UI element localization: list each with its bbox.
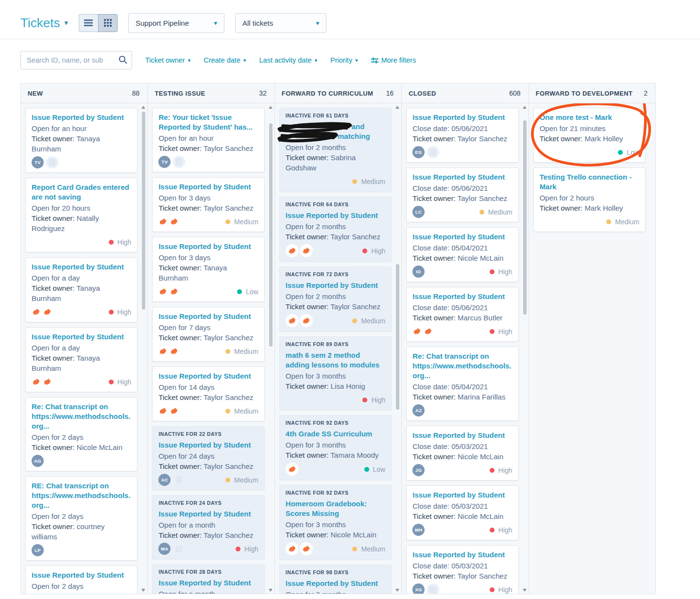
ticket-card[interactable]: Re: Chat transcript on https://www.metho… [25, 397, 137, 471]
ticket-card[interactable]: INACTIVE FOR 92 DAYSHomeroom Gradebook: … [279, 485, 392, 560]
avatar[interactable]: LC [412, 206, 425, 218]
filter-ticket-owner[interactable]: Ticket owner▾ [145, 56, 190, 64]
ticket-title-link[interactable]: Issue Reported by Student [158, 312, 258, 321]
ticket-title-link[interactable]: Issue Reported by Student [412, 232, 512, 242]
ticket-card[interactable]: Issue Reported by StudentOpen for 3 days… [152, 177, 264, 232]
scrollbar-thumb[interactable] [396, 264, 399, 410]
filter-priority[interactable]: Priority▾ [330, 56, 358, 64]
filter-create-date[interactable]: Create date▾ [204, 56, 246, 64]
avatar[interactable]: AC [158, 474, 171, 486]
ticket-card[interactable]: Issue Reported by StudentClose date: 05/… [406, 545, 518, 594]
ticket-card[interactable]: Issue Reported by StudentClose date: 05/… [406, 227, 518, 282]
ticket-title-link[interactable]: Issue Reported by Student [412, 172, 512, 182]
ticket-card[interactable]: Issue Reported by StudentOpen for 3 days… [152, 237, 264, 302]
scroll-up-arrow[interactable] [269, 106, 273, 109]
ticket-title-link[interactable]: Issue Reported by Student [158, 509, 258, 519]
ticket-card[interactable]: Issue Reported by StudentClose date: 05/… [406, 108, 518, 163]
ticket-title-link[interactable]: One more test - Mark [540, 113, 639, 122]
ticket-title-link[interactable]: Issue Reported by Student [158, 578, 258, 588]
avatar[interactable]: AG [32, 455, 44, 467]
ticket-title-link[interactable]: 4th Grade SS Curriculum [286, 429, 385, 439]
ticket-card[interactable]: Issue Reported by StudentOpen for a dayT… [25, 257, 137, 322]
pipeline-select[interactable]: Support Pipeline ▾ [128, 13, 224, 33]
ticket-title-link[interactable]: Issue Reported by Student [412, 292, 512, 301]
avatar[interactable]: IO [412, 266, 425, 278]
ticket-title-link[interactable]: Re: Chat transcript on https://www.metho… [412, 351, 512, 381]
ticket-card[interactable]: Issue Reported by StudentClose date: 05/… [406, 167, 518, 222]
ticket-title-link[interactable]: Issue Reported by Student [32, 570, 131, 580]
ticket-card[interactable]: INACTIVE FOR 72 DAYSIssue Reported by St… [279, 266, 392, 332]
ticket-title-link[interactable]: Homeroom Gradebook: Scores Missing [286, 499, 385, 518]
ticket-view-select[interactable]: All tickets ▾ [235, 13, 326, 33]
avatar[interactable]: TV [158, 156, 171, 168]
column-scrollbar[interactable] [394, 104, 401, 594]
ticket-title-link[interactable]: Issue Reported by Student [412, 113, 512, 122]
scrollbar-thumb[interactable] [523, 120, 527, 315]
ticket-title-link[interactable]: Issue Reported by Student [158, 242, 258, 251]
ticket-title-link[interactable]: Issue Reported by Student [158, 182, 258, 192]
scroll-down-arrow[interactable] [141, 589, 145, 592]
ticket-title-link[interactable]: RE: Chat transcript on https://www.metho… [32, 481, 131, 510]
ticket-card[interactable]: Issue Reported by StudentOpen for an hou… [25, 108, 137, 173]
ticket-card[interactable]: INACTIVE FOR 89 DAYSmath 6 sem 2 method … [279, 336, 392, 410]
ticket-card[interactable]: Re: Chat transcript on https://www.metho… [406, 347, 518, 421]
ticket-card[interactable]: INACTIVE FOR 28 DAYSIssue Reported by St… [152, 564, 264, 594]
ticket-card[interactable]: Issue Reported by StudentOpen for a dayT… [25, 327, 137, 392]
column-scrollbar[interactable] [140, 104, 147, 594]
scroll-down-arrow[interactable] [395, 589, 399, 592]
ticket-title-link[interactable]: Issue Reported by Student [158, 440, 258, 450]
ticket-card[interactable]: Report Card Grades entered are not savin… [25, 178, 137, 252]
tickets-title-dropdown[interactable]: Tickets ▾ [20, 16, 68, 31]
ticket-title-link[interactable]: Issue Reported by Student [412, 431, 512, 440]
avatar[interactable]: AZ [412, 404, 425, 416]
avatar[interactable]: MA [158, 543, 171, 555]
ticket-card[interactable]: RE: Chat transcript on https://www.metho… [25, 476, 137, 561]
ticket-card[interactable]: INACTIVE FOR 61 DAYS and matchingOpen fo… [279, 108, 392, 192]
avatar[interactable]: MH [412, 524, 425, 536]
ticket-card[interactable]: INACTIVE FOR 24 DAYSIssue Reported by St… [152, 495, 264, 559]
ticket-title-link[interactable]: Issue Reported by Student [32, 332, 131, 342]
filter-last-activity-date[interactable]: Last activity date▾ [259, 56, 318, 64]
ticket-card[interactable]: Issue Reported by StudentClose date: 05/… [406, 287, 518, 342]
scroll-up-arrow[interactable] [141, 106, 145, 109]
ticket-card[interactable]: INACTIVE FOR 98 DAYSIssue Reported by St… [279, 565, 392, 594]
ticket-title-link[interactable]: Issue Reported by Student [286, 579, 385, 588]
ticket-card[interactable]: Re: Your ticket 'Issue Reported by Stude… [152, 108, 264, 172]
scroll-down-arrow[interactable] [523, 589, 527, 592]
ticket-title-link[interactable]: math 6 sem 2 method adding lessons to mo… [286, 350, 385, 370]
ticket-title-link[interactable]: Re: Your ticket 'Issue Reported by Stude… [158, 113, 258, 132]
ticket-title-link[interactable]: Testing Trello connection - Mark [540, 172, 639, 192]
ticket-title-link[interactable]: Issue Reported by Student [412, 550, 512, 560]
scrollbar-thumb[interactable] [142, 112, 145, 310]
ticket-card[interactable]: Testing Trello connection - MarkOpen for… [533, 167, 646, 232]
ticket-title-link[interactable]: Issue Reported by Student [412, 490, 512, 500]
scroll-up-arrow[interactable] [523, 106, 527, 109]
search-icon[interactable] [119, 55, 127, 64]
ticket-title-link[interactable]: Re: Chat transcript on https://www.metho… [32, 402, 131, 431]
ticket-title-link[interactable]: Issue Reported by Student [32, 113, 131, 122]
search-input[interactable] [20, 51, 132, 69]
avatar[interactable]: LP [32, 544, 44, 556]
list-view-button[interactable] [79, 14, 98, 32]
ticket-card[interactable]: One more test - MarkOpen for 21 minutesT… [533, 108, 646, 163]
ticket-title-link[interactable]: Issue Reported by Student [158, 371, 258, 381]
ticket-card[interactable]: Issue Reported by StudentClose date: 05/… [406, 426, 518, 481]
avatar[interactable]: EG [412, 146, 425, 158]
avatar[interactable]: XG [412, 583, 425, 594]
ticket-title-link[interactable]: Issue Reported by Student [286, 281, 385, 290]
more-filters-button[interactable]: More filters [371, 56, 416, 64]
ticket-card[interactable]: Issue Reported by StudentOpen for 7 days… [152, 307, 264, 362]
ticket-title-link[interactable]: Issue Reported by Student [32, 262, 131, 272]
column-scrollbar[interactable] [268, 104, 274, 594]
scroll-up-arrow[interactable] [395, 106, 399, 109]
board-view-button[interactable] [98, 14, 118, 32]
ticket-title-link[interactable]: Report Card Grades entered are not savin… [32, 183, 131, 202]
ticket-card[interactable]: INACTIVE FOR 92 DAYS4th Grade SS Curricu… [279, 415, 392, 480]
ticket-card[interactable]: Issue Reported by StudentClose date: 05/… [406, 485, 518, 540]
ticket-title-link[interactable]: Issue Reported by Student [286, 211, 385, 220]
ticket-card[interactable]: INACTIVE FOR 64 DAYSIssue Reported by St… [279, 197, 392, 262]
ticket-title-link[interactable]: and matching [286, 122, 385, 141]
column-scrollbar[interactable] [522, 104, 528, 594]
scrollbar-thumb[interactable] [269, 123, 273, 347]
ticket-card[interactable]: INACTIVE FOR 22 DAYSIssue Reported by St… [152, 426, 264, 490]
